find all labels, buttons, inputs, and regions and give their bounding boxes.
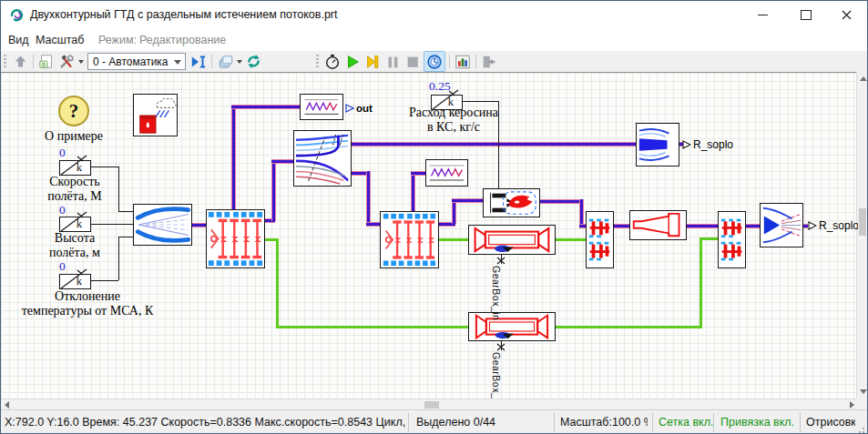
toolbar-separator bbox=[211, 55, 212, 68]
wire-segment bbox=[687, 224, 718, 228]
menu-view[interactable]: Вид bbox=[8, 34, 29, 46]
status-divider bbox=[408, 413, 409, 432]
bypass-nozzle-block[interactable] bbox=[636, 123, 679, 167]
signal-wire bbox=[118, 211, 133, 212]
maximize-button[interactable] bbox=[785, 1, 826, 28]
combustor-block[interactable] bbox=[483, 188, 540, 217]
gain-value-fuel[interactable]: 0.25 bbox=[429, 79, 451, 94]
core-nozzle-icon bbox=[761, 204, 802, 247]
gain-value-speed[interactable]: 0 bbox=[59, 146, 66, 160]
minimize-button[interactable] bbox=[742, 1, 783, 28]
pause-button[interactable] bbox=[383, 53, 402, 71]
scroll-left-icon[interactable] bbox=[5, 401, 9, 409]
gain-value-temperature[interactable]: 0 bbox=[59, 259, 66, 274]
up-arrow-icon bbox=[13, 54, 28, 69]
toolbar-group-edit: s 0 - Автоматика bbox=[3, 52, 263, 71]
diagram-canvas[interactable]: ? О примере 0 k Скоростьполёт bbox=[1, 72, 858, 399]
intake-block[interactable] bbox=[133, 204, 192, 246]
step-button[interactable] bbox=[363, 53, 382, 71]
exit-icon bbox=[481, 54, 497, 70]
app-logo-icon[interactable] bbox=[9, 7, 25, 23]
signal-wire bbox=[89, 224, 133, 225]
vertical-scrollbar[interactable] bbox=[856, 72, 867, 399]
bypass-nozzle-icon bbox=[637, 124, 679, 166]
gain-symbol: k bbox=[77, 161, 82, 175]
charts-button[interactable] bbox=[454, 53, 472, 71]
close-button[interactable] bbox=[826, 1, 867, 28]
menu-scale[interactable]: Масштаб bbox=[36, 34, 84, 46]
gain-block-temperature[interactable]: k bbox=[59, 274, 91, 289]
hp-turbine-block[interactable] bbox=[586, 211, 614, 268]
window-title: Двухконтурный ГТД с раздельным истечение… bbox=[30, 8, 338, 21]
gain-value-altitude[interactable]: 0 bbox=[59, 203, 66, 217]
wire-segment bbox=[411, 171, 425, 176]
flow-splitter-icon bbox=[294, 131, 351, 186]
stop-icon bbox=[404, 54, 421, 70]
step-into-icon bbox=[189, 54, 208, 70]
toolbar-grip[interactable] bbox=[316, 55, 319, 68]
status-grid-toggle[interactable]: Сетка вкл. bbox=[659, 416, 713, 429]
mode-combobox[interactable]: 0 - Автоматика bbox=[87, 53, 186, 70]
step-into-button[interactable] bbox=[189, 53, 208, 71]
run-button[interactable] bbox=[343, 53, 362, 71]
plot-block-compressor[interactable] bbox=[425, 159, 468, 187]
hp-shaft-port-label: GearBox_in bbox=[491, 266, 502, 320]
transition-duct-block[interactable] bbox=[629, 210, 687, 240]
toolbar: s 0 - Автоматика bbox=[1, 51, 867, 73]
stopwatch-button[interactable] bbox=[323, 53, 342, 71]
flow-splitter-block[interactable] bbox=[293, 130, 352, 187]
horizontal-scroll-thumb[interactable] bbox=[424, 401, 439, 409]
gain-label-temperature: Отклонениетемпературы от МСА, К bbox=[5, 289, 169, 318]
horizontal-scrollbar[interactable] bbox=[1, 399, 858, 409]
shaft-wire bbox=[439, 238, 468, 241]
layers-icon bbox=[217, 54, 234, 70]
pause-icon bbox=[384, 54, 401, 70]
lp-shaft-port-label: GearBox_in bbox=[491, 352, 502, 399]
wire-segment bbox=[614, 224, 629, 228]
resize-grip[interactable] bbox=[856, 425, 865, 434]
status-divider bbox=[713, 413, 714, 432]
status-snap-toggle[interactable]: Привязка вкл. bbox=[720, 416, 794, 429]
minimize-icon bbox=[758, 15, 768, 15]
fan-compressor-block[interactable] bbox=[206, 209, 265, 268]
script-button[interactable]: s bbox=[37, 53, 56, 71]
scroll-right-icon[interactable] bbox=[850, 401, 854, 409]
tools-button[interactable] bbox=[57, 53, 76, 71]
lp-shaft-block[interactable] bbox=[468, 312, 556, 341]
plot-block-out[interactable] bbox=[300, 94, 343, 120]
status-divider bbox=[800, 413, 801, 432]
exit-button[interactable] bbox=[480, 53, 498, 71]
chevron-down-icon bbox=[237, 60, 242, 64]
duct-icon bbox=[630, 211, 686, 239]
hp-shaft-block[interactable] bbox=[468, 225, 556, 255]
stop-button[interactable] bbox=[403, 53, 422, 71]
core-nozzle-block[interactable] bbox=[760, 203, 803, 247]
gain-block-altitude[interactable]: k bbox=[59, 217, 91, 232]
scroll-down-icon[interactable] bbox=[860, 389, 867, 394]
layers-dropdown-button[interactable] bbox=[235, 53, 243, 71]
gain-label-fuel: Расход керосинав КС, кг/с bbox=[390, 106, 517, 134]
hp-compressor-block[interactable] bbox=[380, 211, 439, 268]
out-port-label: out bbox=[356, 103, 373, 114]
lp-turbine-block[interactable] bbox=[718, 211, 746, 268]
wire-segment bbox=[271, 159, 293, 164]
status-divider bbox=[652, 413, 653, 432]
shaft-icon bbox=[469, 313, 555, 340]
maximize-icon bbox=[801, 10, 812, 20]
toolbar-grip[interactable] bbox=[4, 55, 6, 68]
gain-block-speed[interactable]: k bbox=[59, 160, 91, 176]
shaft-wire bbox=[700, 237, 702, 327]
shaft-wire bbox=[700, 237, 718, 240]
wire-segment bbox=[352, 142, 636, 146]
realtime-button[interactable] bbox=[424, 51, 445, 72]
tools-dropdown-button[interactable] bbox=[77, 53, 85, 71]
help-block[interactable]: ? bbox=[58, 96, 89, 126]
scroll-up-icon[interactable] bbox=[860, 76, 867, 81]
up-level-button[interactable] bbox=[11, 53, 29, 71]
ambient-conditions-block[interactable] bbox=[133, 94, 178, 136]
shaft-wire bbox=[276, 326, 468, 328]
layers-button[interactable] bbox=[216, 53, 234, 71]
vertical-scroll-thumb[interactable] bbox=[859, 208, 866, 236]
help-glyph: ? bbox=[69, 100, 79, 123]
refresh-button[interactable] bbox=[244, 53, 262, 71]
